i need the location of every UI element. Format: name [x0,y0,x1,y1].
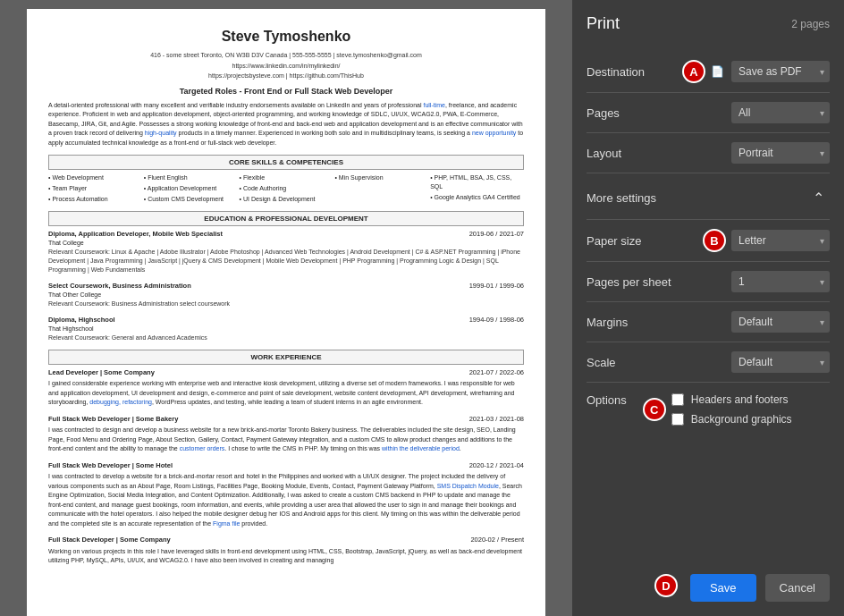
pages-per-sheet-label: Pages per sheet [587,275,671,289]
paper-size-row: Paper size B Letter A4 Legal ▾ [587,220,830,262]
paper-size-label: Paper size [587,234,641,248]
cancel-button[interactable]: Cancel [765,574,830,602]
core-skills-title: CORE SKILLS & COMPETENCIES [48,155,524,170]
options-row: Options C Headers and footers Background… [587,386,830,429]
bottom-buttons: D Save Cancel [587,560,830,602]
destination-row: Destination A 📄 Save as PDF ▾ [587,51,830,93]
background-graphics-row: Background graphics [671,413,792,426]
work-title: WORK EXPERIENCE [48,350,524,365]
pages-per-sheet-control[interactable]: 1 2 4 ▾ [731,271,830,292]
scale-select[interactable]: Default Custom [731,351,830,373]
work-item-3: Full Stack Web Developer | Some Hotel202… [48,461,524,529]
destination-select[interactable]: Save as PDF [731,61,830,82]
layout-control[interactable]: Portrait Landscape ▾ [731,142,830,164]
pages-label: Pages [587,106,620,120]
pages-per-sheet-row: Pages per sheet 1 2 4 ▾ [587,262,830,302]
print-header: Print 2 pages [587,14,830,33]
headers-footers-checkbox[interactable] [671,393,684,406]
pages-control[interactable]: All Custom ▾ [731,102,830,123]
print-title: Print [587,14,620,33]
print-pages-count: 2 pages [791,18,830,30]
options-checkboxes: Headers and footers Background graphics [671,393,792,426]
resume-intro: A detail-oriented professional with many… [48,101,524,148]
pages-row: Pages All Custom ▾ [587,93,830,133]
pages-select[interactable]: All Custom [731,102,830,123]
skills-grid: • Web Development• Team Player• Process … [48,173,524,203]
scale-label: Scale [587,356,616,369]
paper-size-control: B Letter A4 Legal ▾ [703,229,830,252]
edu-item-2: Select Coursework, Business Administrati… [48,282,524,308]
save-badge: D [654,574,678,597]
headers-footers-label: Headers and footers [691,393,789,406]
resume-preview: Steve Tymoshenko 416 - some street Toron… [0,0,572,616]
margins-label: Margins [587,316,628,329]
resume-page: Steve Tymoshenko 416 - some street Toron… [27,9,545,616]
resume-name: Steve Tymoshenko [48,27,524,46]
margins-select[interactable]: Default None Minimum Custom [731,311,830,333]
layout-select[interactable]: Portrait Landscape [731,142,830,164]
scale-row: Scale Default Custom ▾ [587,342,830,383]
options-section: Options C Headers and footers Background… [587,383,830,429]
work-item-4: Full Stack Developer | Some Company2020-… [48,536,524,566]
options-label: Options [587,393,627,407]
margins-control[interactable]: Default None Minimum Custom ▾ [731,311,830,333]
more-settings-row: More settings ⌃ [587,179,830,217]
print-panel: Print 2 pages Destination A 📄 Save as PD… [572,0,844,616]
pages-per-sheet-select[interactable]: 1 2 4 [731,271,830,292]
destination-label: Destination [587,65,645,79]
background-graphics-label: Background graphics [691,413,792,426]
destination-select-wrapper[interactable]: Save as PDF ▾ [731,61,830,82]
save-button[interactable]: Save [690,574,756,602]
options-badge: C [643,398,666,421]
doc-icon: 📄 [711,65,724,78]
work-item-2: Full Stack Web Developer | Some Bakery20… [48,415,524,454]
resume-contact: 416 - some street Toronto, ON W3B D3V Ca… [48,50,524,80]
layout-row: Layout Portrait Landscape ▾ [587,133,830,173]
more-settings-label: More settings [587,191,656,205]
edu-item-1: Diploma, Application Developer, Mobile W… [48,230,524,274]
margins-row: Margins Default None Minimum Custom ▾ [587,302,830,342]
paper-size-select[interactable]: Letter A4 Legal [731,230,830,251]
edu-title: EDUCATION & PROFESSIONAL DEVELOPMENT [48,211,524,226]
headers-footers-row: Headers and footers [671,393,792,406]
scale-control[interactable]: Default Custom ▾ [731,351,830,373]
paper-size-badge: B [703,229,726,252]
collapse-button[interactable]: ⌃ [807,188,830,208]
background-graphics-checkbox[interactable] [671,413,684,426]
resume-targeted-role: Targeted Roles - Front End or Full Stack… [48,86,524,97]
layout-label: Layout [587,147,621,160]
edu-item-3: Diploma, Highschool1994-09 / 1998-06 Tha… [48,316,524,342]
destination-control: A 📄 Save as PDF ▾ [682,60,830,83]
work-item-1: Lead Developer | Some Company2021-07 / 2… [48,368,524,408]
destination-badge: A [682,60,705,83]
